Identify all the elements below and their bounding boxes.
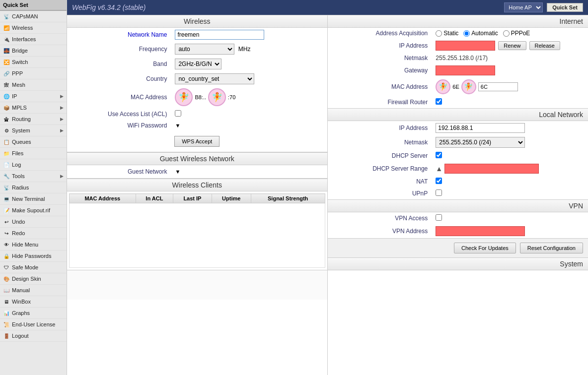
sidebar-item-make-supout[interactable]: 📝 Make Supout.rif [0,205,67,216]
sidebar-item-routing[interactable]: 🛣 Routing ▶ [0,114,67,125]
sidebar-item-redo[interactable]: ↪ Redo [0,228,67,239]
upnp-checkbox[interactable] [436,189,442,196]
wps-accept-button[interactable]: WPS Accept [174,136,220,147]
gateway-input[interactable] [436,65,495,75]
acl-label: Use Access List (ACL) [67,108,171,120]
quick-set-button[interactable]: Quick Set [547,3,583,12]
static-radio[interactable] [436,30,442,37]
vpn-access-row: VPN Access [328,212,588,224]
nat-checkbox[interactable] [436,178,442,184]
sidebar-item-ip[interactable]: 🌐 IP ▶ [0,91,67,102]
country-select[interactable]: no_country_set [175,73,254,84]
sidebar-label: End-User License [12,321,64,327]
reset-config-button[interactable]: Reset Configuration [520,243,583,253]
vpn-address-value [432,224,588,238]
upnp-value [432,188,588,199]
sidebar-item-log[interactable]: 📄 Log [0,159,67,171]
sidebar-label: WinBox [12,299,64,305]
vpn-address-input[interactable] [436,226,525,236]
acl-checkbox[interactable] [175,110,181,117]
sidebar-item-ppp[interactable]: 🔗 PPP [0,68,67,79]
sidebar-item-switch[interactable]: 🔀 Switch [0,57,67,68]
dhcp-range-input[interactable] [444,164,539,174]
sidebar-item-radius[interactable]: 📡 Radius [0,182,67,193]
sidebar-item-mesh[interactable]: 🕸 Mesh [0,79,67,91]
automatic-radio-label[interactable]: Automatic [463,30,498,37]
frequency-value: auto MHz [171,42,327,57]
local-ip-input[interactable] [436,123,525,133]
sidebar-item-winbox[interactable]: 🖥 WinBox [0,296,67,308]
sidebar-label: CAPsMAN [12,13,64,19]
guest-network-toggle[interactable]: ▼ [175,169,180,175]
profile-dropdown[interactable]: Home AP [504,2,543,12]
sidebar-item-safe-mode[interactable]: 🛡 Safe Mode [0,262,67,273]
sidebar-label: Hide Passwords [12,253,64,259]
sidebar-item-capsman[interactable]: 📡 CAPsMAN [0,11,67,22]
pppoe-radio[interactable] [503,30,510,37]
sidebar-item-mpls[interactable]: 📦 MPLS ▶ [0,102,67,114]
pppoe-radio-label[interactable]: PPPoE [503,30,530,37]
release-button[interactable]: Release [529,41,560,50]
firewall-router-checkbox[interactable] [436,98,442,105]
sidebar-item-queues[interactable]: 📋 Queues [0,136,67,148]
sidebar-item-logout[interactable]: 🚪 Logout [0,330,67,342]
files-icon: 📁 [3,150,10,157]
automatic-label: Automatic [471,30,498,37]
sidebar-item-system[interactable]: ⚙ System ▶ [0,125,67,136]
local-network-header: Local Network [328,108,588,121]
local-ip-row: IP Address [328,121,588,135]
right-panel: Internet Address Acquisition Static Au [328,15,588,375]
header-right: Home AP Quick Set [504,2,583,12]
check-updates-button[interactable]: Check For Updates [454,243,516,253]
sidebar-item-undo[interactable]: ↩ Undo [0,216,67,228]
left-panel: Wireless Network Name Frequency auto [67,15,328,375]
sidebar-item-graphs[interactable]: 📊 Graphs [0,308,67,319]
band-select[interactable]: 2GHz-B/G/N [175,59,221,69]
system-icon: ⚙ [3,127,10,134]
sidebar-item-design-skin[interactable]: 🎨 Design Skin [0,273,67,285]
sidebar-label: Switch [12,59,64,65]
bottom-action-bar: Check For Updates Reset Configuration [328,238,588,257]
local-netmask-select[interactable]: 255.255.255.0 (/24) [436,137,525,148]
capsman-icon: 📡 [3,13,10,20]
sidebar-label: Tools [12,173,58,179]
sidebar-item-end-user-license[interactable]: 📜 End-User License [0,319,67,330]
band-value: 2GHz-B/G/N [171,57,327,71]
mac-input[interactable] [478,82,518,91]
wireless-icon: 📶 [3,24,10,31]
sidebar-item-interfaces[interactable]: 🔌 Interfaces [0,34,67,45]
vpn-access-checkbox[interactable] [436,214,442,221]
sidebar-item-files[interactable]: 📁 Files [0,148,67,159]
guest-wireless-header: Guest Wireless Network [67,152,327,165]
wireless-form: Network Name Frequency auto MHz [67,28,327,131]
netmask-row: Netmask 255.255.128.0 (/17) [328,53,588,63]
frequency-select[interactable]: auto [175,44,234,55]
local-ip-value [432,121,588,135]
sidebar-top-item[interactable]: Quick Set [0,0,67,11]
gateway-label: Gateway [328,63,432,77]
automatic-radio[interactable] [463,30,470,37]
sidebar-item-bridge[interactable]: 🌉 Bridge [0,45,67,57]
sidebar-item-manual[interactable]: 📖 Manual [0,285,67,296]
ip-address-input[interactable] [436,41,495,51]
sidebar-item-new-terminal[interactable]: 💻 New Terminal [0,193,67,205]
renew-button[interactable]: Renew [498,41,526,50]
static-radio-label[interactable]: Static [436,30,458,37]
winbox-icon: 🖥 [3,298,10,305]
ip-address-value: Renew Release [432,39,588,53]
sidebar-item-tools[interactable]: 🔧 Tools ▶ [0,171,67,182]
ppp-icon: 🔗 [3,70,10,77]
avatar-4: 🧚 [461,79,476,94]
dhcp-range-value: ▲ [432,162,588,176]
network-name-input[interactable] [175,30,264,40]
dhcp-server-row: DHCP Server [328,150,588,162]
wifi-password-toggle[interactable]: ▼ [175,123,180,128]
sidebar: Quick Set 📡 CAPsMAN 📶 Wireless 🔌 Interfa… [0,0,67,375]
sidebar-item-wireless[interactable]: 📶 Wireless [0,22,67,34]
sidebar-item-hide-passwords[interactable]: 🔒 Hide Passwords [0,250,67,262]
dhcp-server-checkbox[interactable] [436,152,442,158]
sidebar-item-hide-menu[interactable]: 👁 Hide Menu [0,239,67,250]
sidebar-label: Queues [12,139,64,145]
sidebar-label: Logout [12,333,64,339]
bridge-icon: 🌉 [3,47,10,54]
